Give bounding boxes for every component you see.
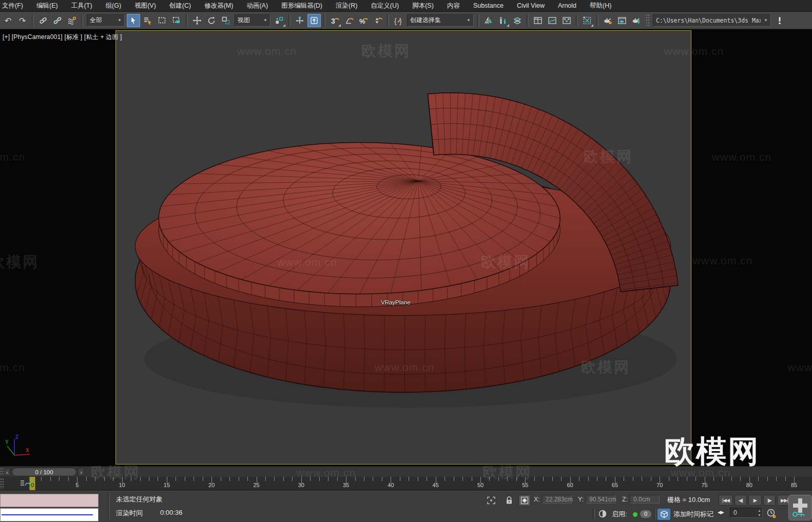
ribbon-toggle-button[interactable] xyxy=(531,14,545,27)
selection-lock-icon[interactable] xyxy=(504,495,515,506)
window-crossing-toggle-button[interactable] xyxy=(170,14,183,27)
time-tag-cube-icon[interactable] xyxy=(658,509,670,520)
frame-tick xyxy=(695,477,696,481)
security-count-badge[interactable]: 0 xyxy=(640,510,651,518)
render-setup-button[interactable] xyxy=(601,14,614,27)
keyboard-shortcut-override-button[interactable] xyxy=(307,14,321,27)
absolute-mode-icon[interactable] xyxy=(518,495,531,506)
layer-explorer-button[interactable] xyxy=(511,14,524,27)
play-button[interactable]: ▶ xyxy=(748,495,762,506)
menu-14[interactable]: Substance xyxy=(467,0,510,11)
select-and-manipulate-button[interactable] xyxy=(293,14,306,27)
frame-tick xyxy=(776,477,777,481)
frame-tick-label: 35 xyxy=(343,482,349,488)
camera-viewport[interactable]: VRayPlane xyxy=(115,30,691,465)
reference-coordinate-dropdown[interactable]: 视图▼ xyxy=(235,14,270,27)
render-production-button[interactable] xyxy=(630,14,643,27)
track-bar[interactable]: 0510152025303540455055606570758085 xyxy=(0,477,812,491)
material-editor-button[interactable] xyxy=(581,14,594,27)
percent-snap-button[interactable]: % xyxy=(357,14,370,27)
menu-5[interactable]: 视图(V) xyxy=(128,0,163,11)
z-coord-field[interactable]: 0.0cm xyxy=(630,495,660,504)
menu-10[interactable]: 渲染(R) xyxy=(329,0,364,11)
rectangular-selection-region-button[interactable] xyxy=(156,14,169,27)
frame-tick xyxy=(382,477,382,481)
unlink-selection-button[interactable] xyxy=(51,14,64,27)
key-mode-toggle[interactable]: ◀▶ xyxy=(718,510,724,515)
menu-6[interactable]: 创建(C) xyxy=(163,0,198,11)
go-to-start-button[interactable]: |◀◀ xyxy=(719,495,733,506)
menu-16[interactable]: Arnold xyxy=(551,0,583,11)
project-folder-dropdown[interactable]: C:\Users\Han\Documents\3ds Max 2022▼ xyxy=(653,14,771,27)
menu-2[interactable]: 编辑(E) xyxy=(30,0,65,11)
schematic-view-button[interactable] xyxy=(560,14,573,27)
menu-12[interactable]: 脚本(S) xyxy=(405,0,440,11)
rsetup-icon xyxy=(603,16,612,25)
frame-tick xyxy=(337,477,338,481)
scene-security-icon[interactable] xyxy=(597,509,608,519)
spinner-snap-button[interactable] xyxy=(371,14,384,27)
spinner-arrows[interactable]: ▲▼ xyxy=(758,508,761,517)
undo-button[interactable]: ↶ xyxy=(2,14,15,27)
frame-tick xyxy=(221,477,221,481)
menu-8[interactable]: 动画(A) xyxy=(240,0,275,11)
menu-4[interactable]: 组(G) xyxy=(99,0,128,11)
menu-13[interactable]: 内容 xyxy=(440,0,467,11)
macro-recorder-pane[interactable] xyxy=(0,494,99,507)
listener-caret xyxy=(2,514,93,515)
add-time-tag-label[interactable]: 添加时间标记 xyxy=(673,510,713,519)
menu-17[interactable]: 帮助(H) xyxy=(583,0,618,11)
select-by-name-button[interactable] xyxy=(141,14,154,27)
create-key-button[interactable] xyxy=(788,495,812,520)
select-object-button[interactable] xyxy=(127,14,140,27)
toolbar-separator xyxy=(576,14,578,27)
next-frame-arrow-button[interactable]: › xyxy=(78,468,85,476)
toolbar-separator xyxy=(186,14,188,27)
curve-editor-button[interactable] xyxy=(546,14,559,27)
redo-button[interactable]: ↷ xyxy=(16,14,29,27)
use-pivot-point-button[interactable] xyxy=(273,14,286,27)
notification-icon-button[interactable] xyxy=(773,14,786,27)
select-and-link-button[interactable] xyxy=(36,14,50,27)
x-coord-field[interactable]: 22.283cm xyxy=(542,495,572,504)
maxscript-listener-pane[interactable] xyxy=(0,508,99,521)
bind-to-space-warp-button[interactable] xyxy=(65,14,79,27)
angle-snap-button[interactable] xyxy=(342,14,356,27)
menu-15[interactable]: Civil View xyxy=(510,0,551,11)
select-and-move-button[interactable] xyxy=(190,14,204,27)
menu-3[interactable]: 工具(T) xyxy=(65,0,99,11)
current-frame-field[interactable]: 0▲▼ xyxy=(730,508,763,518)
toolbar-grip[interactable] xyxy=(0,468,4,476)
snaps-toggle-button[interactable]: 3 xyxy=(328,14,341,27)
edit-named-selection-sets-button[interactable]: {} xyxy=(392,14,405,27)
frame-tick xyxy=(140,477,141,481)
menu-9[interactable]: 图形编辑器(D) xyxy=(275,0,329,11)
frame-tick xyxy=(624,477,624,481)
named-selection-sets-dropdown[interactable]: 创建选择集▼ xyxy=(407,14,474,27)
next-frame-button[interactable]: |▶ xyxy=(763,495,776,506)
y-coord-field[interactable]: 90.541cm xyxy=(586,495,615,504)
selection-filter-dropdown[interactable]: 全部▼ xyxy=(87,14,125,27)
frame-tick xyxy=(283,477,284,481)
isolate-selection-icon[interactable] xyxy=(486,495,497,506)
viewport-label[interactable]: [+] [PhysCamera001] [标准 ] [粘土 + 边面 ] xyxy=(3,33,122,42)
frame-ruler[interactable]: 0510152025303540455055606570758085 xyxy=(0,477,812,490)
mirror-button[interactable] xyxy=(482,14,495,27)
time-configuration-icon[interactable] xyxy=(766,509,777,519)
viewport-canvas[interactable]: VRayPlane [+] [PhysCamera001] [标准 ] [粘土 … xyxy=(0,29,812,466)
select-and-rotate-button[interactable] xyxy=(205,14,218,27)
frame-tick-label: 25 xyxy=(253,482,259,488)
time-slider[interactable]: 0 / 100 xyxy=(12,468,76,476)
menu-7[interactable]: 修改器(M) xyxy=(198,0,240,11)
curve-icon xyxy=(548,16,557,25)
rendered-frame-window-button[interactable] xyxy=(615,14,629,27)
previous-frame-button[interactable]: ◀| xyxy=(734,495,747,506)
select-and-scale-button[interactable] xyxy=(219,14,233,27)
svg-text:3: 3 xyxy=(331,17,335,25)
frame-tick-label: 15 xyxy=(164,482,170,488)
menu-11[interactable]: 自定义(U) xyxy=(364,0,405,11)
menu-1[interactable]: 文件(F) xyxy=(0,0,30,11)
previous-frame-arrow-button[interactable]: ‹ xyxy=(4,468,11,476)
toolbar-grip[interactable] xyxy=(646,14,649,27)
align-button[interactable] xyxy=(496,14,510,27)
